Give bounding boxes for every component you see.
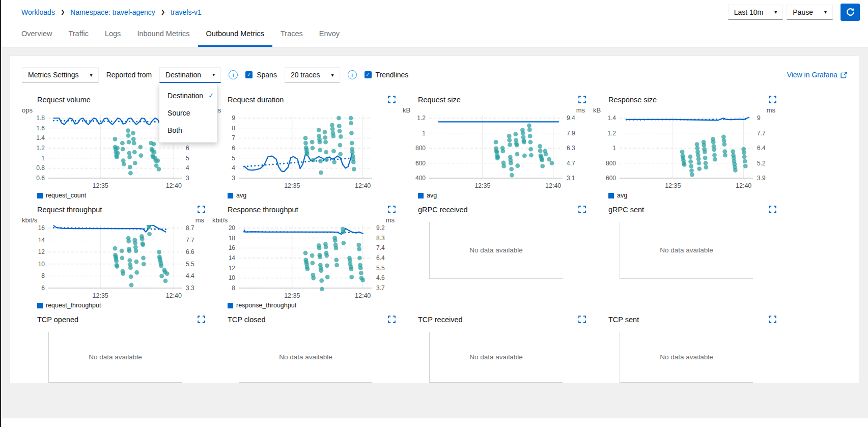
tab-envoy[interactable]: Envoy: [311, 22, 348, 47]
reported-from-wrap: Destination ▾ Destination ✓ Source Both: [159, 67, 221, 83]
x-axis: 12:3512:40: [22, 291, 204, 300]
y-axis-tick: 1.6: [36, 125, 45, 132]
expand-icon[interactable]: [578, 96, 586, 104]
legend-label: avg: [236, 192, 246, 199]
expand-icon-glyph: [769, 206, 776, 213]
expand-icon[interactable]: [198, 316, 205, 324]
spans-checkbox[interactable]: Spans: [245, 71, 277, 79]
metrics-toolbar: Metrics Settings ▾ Reported from Destina…: [22, 66, 847, 83]
expand-icon[interactable]: [769, 96, 776, 104]
legend-swatch: [228, 303, 233, 308]
caret-down-icon: ▾: [212, 72, 215, 77]
tab-outbound-metrics[interactable]: Outbound Metrics: [198, 22, 272, 47]
expand-icon[interactable]: [769, 316, 776, 324]
duration-select-value: Last 10m: [734, 8, 764, 16]
duration-select[interactable]: Last 10m ▾: [728, 5, 783, 20]
axis-units-row: ms: [212, 106, 395, 115]
right-axis-tick: 6.3: [567, 145, 575, 152]
menu-item-label: Destination: [167, 92, 203, 100]
y-axis-unit: kbit/s: [212, 216, 228, 224]
expand-icon[interactable]: [769, 206, 776, 214]
y-axis-tick: 14: [38, 237, 45, 244]
y-axis-tick: 9: [232, 115, 235, 122]
chart-tcp-opened: TCP openedNo data available: [22, 316, 212, 383]
plot-row: 1.41.2180060097.76.45.23.9: [593, 115, 775, 181]
checkbox-checked-icon: [245, 71, 253, 78]
checkbox-checked-icon: [365, 71, 372, 78]
y-axis-tick: 8: [41, 272, 45, 279]
traces-count-select[interactable]: 20 traces ▾: [285, 67, 340, 82]
right-axis-tick: 5.5: [376, 265, 385, 272]
menu-item-destination[interactable]: Destination ✓: [159, 87, 217, 104]
right-axis-tick: 6.4: [757, 145, 766, 152]
metrics-card: Metrics Settings ▾ Reported from Destina…: [9, 55, 860, 383]
right-axis-tick: 6.4: [376, 254, 385, 262]
x-axis-tick: 12:40: [736, 182, 751, 189]
expand-icon[interactable]: [578, 206, 586, 214]
expand-icon[interactable]: [388, 96, 396, 104]
grafana-link[interactable]: View in Grafana: [787, 71, 847, 79]
y-axis-left: 1614121086: [22, 225, 48, 291]
expand-icon[interactable]: [388, 206, 396, 214]
tab-traffic[interactable]: Traffic: [60, 22, 96, 47]
refresh-button[interactable]: [841, 4, 860, 21]
right-axis-tick: 4.4: [186, 272, 194, 279]
grafana-link-label: View in Grafana: [787, 71, 837, 79]
y-axis-tick: 14: [229, 254, 235, 262]
no-data-region: No data available: [620, 332, 753, 383]
info-icon[interactable]: [348, 70, 357, 79]
chart-title: Request volume: [37, 96, 91, 104]
refresh-interval-value: Pause: [793, 8, 813, 16]
charts-grid: Request volumeopsms1.81.61.41.210.80.665…: [22, 96, 847, 383]
chart-legend: avg: [228, 190, 403, 201]
external-link-icon: [841, 72, 847, 78]
chart-plot: [239, 225, 372, 291]
tab-logs[interactable]: Logs: [97, 22, 129, 47]
chart-header: Request duration: [212, 96, 403, 106]
chart-header: gRPC received: [403, 206, 593, 216]
no-data-text: No data available: [660, 246, 713, 254]
y-axis-tick: 12: [229, 265, 235, 272]
chart-title: gRPC sent: [608, 206, 644, 214]
right-axis-unit: ms: [576, 106, 585, 114]
right-axis-tick: 7.7: [757, 130, 766, 137]
chart-header: TCP closed: [212, 316, 403, 326]
metrics-settings-select[interactable]: Metrics Settings ▾: [22, 67, 99, 82]
spans-label: Spans: [257, 71, 277, 79]
tab-inbound-metrics[interactable]: Inbound Metrics: [129, 22, 198, 47]
x-axis: 12:3512:40: [403, 181, 585, 190]
plot-row: 9876543: [212, 115, 395, 181]
chart-header: Response size: [593, 96, 783, 106]
breadcrumb-link-namespace[interactable]: Namespace: travel-agency: [70, 8, 155, 16]
tab-overview[interactable]: Overview: [13, 22, 60, 47]
expand-icon[interactable]: [578, 316, 586, 324]
menu-item-both[interactable]: Both: [159, 122, 217, 139]
breadcrumb-link-workloads[interactable]: Workloads: [21, 8, 55, 16]
info-icon[interactable]: [229, 70, 238, 79]
y-axis-unit: kbit/s: [22, 216, 37, 224]
breadcrumb-link-workload[interactable]: travels-v1: [171, 8, 202, 16]
y-axis-tick: 7: [232, 134, 235, 141]
y-axis-left: 2018161412108: [212, 225, 239, 291]
chart-title: Response throughput: [228, 206, 298, 214]
expand-icon-glyph: [769, 316, 776, 323]
expand-icon[interactable]: [388, 316, 396, 324]
chart-header: gRPC sent: [593, 206, 783, 216]
expand-icon-glyph: [578, 96, 586, 103]
x-axis-tick: 12:40: [545, 182, 561, 189]
refresh-interval-select[interactable]: Pause ▾: [787, 5, 833, 20]
y-axis-tick: 0.8: [36, 164, 45, 172]
tab-traces[interactable]: Traces: [272, 22, 311, 47]
trendlines-checkbox[interactable]: Trendlines: [365, 71, 409, 79]
chart-title: Request duration: [228, 96, 284, 104]
menu-item-source[interactable]: Source: [159, 104, 217, 122]
y-axis-right: [372, 115, 395, 181]
axis-units-row: kbit/sms: [22, 216, 204, 225]
expand-icon-glyph: [198, 206, 205, 213]
expand-icon[interactable]: [198, 206, 205, 214]
axis-units-row: kbit/sms: [212, 216, 395, 225]
reported-from-menu: Destination ✓ Source Both: [159, 83, 217, 143]
reported-from-select[interactable]: Destination ▾: [159, 67, 221, 83]
no-data-text: No data available: [89, 353, 142, 361]
chart-legend: request_count: [37, 190, 212, 201]
